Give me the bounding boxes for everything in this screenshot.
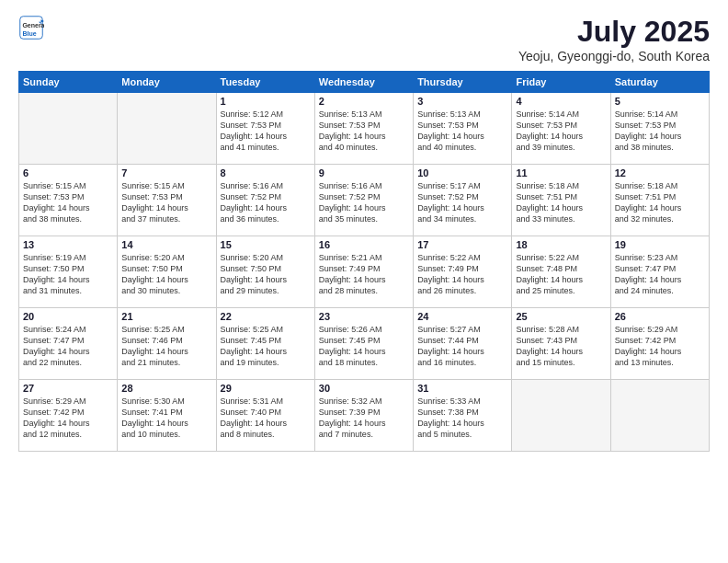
day-number: 24 — [417, 311, 507, 322]
calendar-cell: 8Sunrise: 5:16 AM Sunset: 7:52 PM Daylig… — [216, 165, 314, 236]
logo: General Blue — [18, 15, 44, 40]
week-row-2: 6Sunrise: 5:15 AM Sunset: 7:53 PM Daylig… — [19, 165, 710, 236]
day-number: 10 — [417, 167, 507, 178]
calendar-cell: 2Sunrise: 5:13 AM Sunset: 7:53 PM Daylig… — [314, 93, 413, 165]
day-number: 20 — [23, 311, 113, 322]
day-info: Sunrise: 5:14 AM Sunset: 7:53 PM Dayligh… — [516, 109, 606, 154]
day-number: 28 — [121, 383, 211, 394]
calendar-cell: 1Sunrise: 5:12 AM Sunset: 7:53 PM Daylig… — [216, 93, 314, 165]
calendar-cell: 20Sunrise: 5:24 AM Sunset: 7:47 PM Dayli… — [19, 308, 118, 380]
calendar-cell: 13Sunrise: 5:19 AM Sunset: 7:50 PM Dayli… — [19, 236, 118, 308]
calendar-cell: 22Sunrise: 5:25 AM Sunset: 7:45 PM Dayli… — [216, 308, 314, 380]
logo-icon: General Blue — [18, 15, 44, 40]
day-number: 19 — [615, 239, 705, 250]
col-sunday: Sunday — [19, 72, 118, 93]
day-info: Sunrise: 5:31 AM Sunset: 7:40 PM Dayligh… — [221, 396, 311, 441]
day-info: Sunrise: 5:30 AM Sunset: 7:41 PM Dayligh… — [121, 396, 211, 441]
day-info: Sunrise: 5:14 AM Sunset: 7:53 PM Dayligh… — [615, 109, 705, 154]
subtitle: Yeoju, Gyeonggi-do, South Korea — [518, 49, 710, 63]
calendar-cell: 16Sunrise: 5:21 AM Sunset: 7:49 PM Dayli… — [314, 236, 413, 308]
col-saturday: Saturday — [610, 72, 709, 93]
week-row-1: 1Sunrise: 5:12 AM Sunset: 7:53 PM Daylig… — [19, 93, 710, 165]
calendar-cell: 30Sunrise: 5:32 AM Sunset: 7:39 PM Dayli… — [314, 380, 413, 452]
day-info: Sunrise: 5:33 AM Sunset: 7:38 PM Dayligh… — [417, 396, 507, 441]
calendar-cell — [19, 93, 118, 165]
day-number: 15 — [221, 239, 311, 250]
day-info: Sunrise: 5:20 AM Sunset: 7:50 PM Dayligh… — [221, 252, 311, 297]
day-number: 23 — [319, 311, 409, 322]
calendar-cell: 6Sunrise: 5:15 AM Sunset: 7:53 PM Daylig… — [19, 165, 118, 236]
day-info: Sunrise: 5:19 AM Sunset: 7:50 PM Dayligh… — [23, 252, 113, 297]
day-number: 7 — [121, 167, 211, 178]
calendar-cell: 15Sunrise: 5:20 AM Sunset: 7:50 PM Dayli… — [216, 236, 314, 308]
title-block: July 2025 Yeoju, Gyeonggi-do, South Kore… — [518, 15, 710, 63]
month-title: July 2025 — [518, 15, 710, 49]
day-info: Sunrise: 5:27 AM Sunset: 7:44 PM Dayligh… — [417, 324, 507, 369]
day-info: Sunrise: 5:12 AM Sunset: 7:53 PM Dayligh… — [221, 109, 311, 154]
calendar-cell: 19Sunrise: 5:23 AM Sunset: 7:47 PM Dayli… — [610, 236, 709, 308]
day-number: 18 — [516, 239, 606, 250]
day-info: Sunrise: 5:26 AM Sunset: 7:45 PM Dayligh… — [319, 324, 409, 369]
day-number: 16 — [319, 239, 409, 250]
svg-text:Blue: Blue — [22, 30, 36, 37]
day-number: 31 — [417, 383, 507, 394]
day-info: Sunrise: 5:25 AM Sunset: 7:46 PM Dayligh… — [121, 324, 211, 369]
day-info: Sunrise: 5:20 AM Sunset: 7:50 PM Dayligh… — [121, 252, 211, 297]
day-number: 9 — [319, 167, 409, 178]
calendar-cell: 31Sunrise: 5:33 AM Sunset: 7:38 PM Dayli… — [414, 380, 512, 452]
day-number: 6 — [23, 167, 113, 178]
day-info: Sunrise: 5:23 AM Sunset: 7:47 PM Dayligh… — [615, 252, 705, 297]
calendar-cell — [118, 93, 216, 165]
day-info: Sunrise: 5:13 AM Sunset: 7:53 PM Dayligh… — [319, 109, 409, 154]
day-number: 11 — [516, 167, 606, 178]
day-info: Sunrise: 5:21 AM Sunset: 7:49 PM Dayligh… — [319, 252, 409, 297]
col-thursday: Thursday — [414, 72, 512, 93]
day-number: 3 — [417, 96, 507, 107]
day-info: Sunrise: 5:29 AM Sunset: 7:42 PM Dayligh… — [23, 396, 113, 441]
calendar-cell: 10Sunrise: 5:17 AM Sunset: 7:52 PM Dayli… — [414, 165, 512, 236]
calendar-cell: 29Sunrise: 5:31 AM Sunset: 7:40 PM Dayli… — [216, 380, 314, 452]
day-info: Sunrise: 5:15 AM Sunset: 7:53 PM Dayligh… — [23, 180, 113, 225]
calendar-cell: 11Sunrise: 5:18 AM Sunset: 7:51 PM Dayli… — [512, 165, 610, 236]
calendar-cell: 5Sunrise: 5:14 AM Sunset: 7:53 PM Daylig… — [610, 93, 709, 165]
day-number: 21 — [121, 311, 211, 322]
col-wednesday: Wednesday — [314, 72, 413, 93]
calendar-cell: 18Sunrise: 5:22 AM Sunset: 7:48 PM Dayli… — [512, 236, 610, 308]
week-row-5: 27Sunrise: 5:29 AM Sunset: 7:42 PM Dayli… — [19, 380, 710, 452]
page: General Blue July 2025 Yeoju, Gyeonggi-d… — [0, 0, 728, 563]
col-monday: Monday — [118, 72, 216, 93]
day-number: 14 — [121, 239, 211, 250]
day-info: Sunrise: 5:22 AM Sunset: 7:49 PM Dayligh… — [417, 252, 507, 297]
col-friday: Friday — [512, 72, 610, 93]
day-number: 1 — [221, 96, 311, 107]
calendar-cell: 14Sunrise: 5:20 AM Sunset: 7:50 PM Dayli… — [118, 236, 216, 308]
header-row: Sunday Monday Tuesday Wednesday Thursday… — [19, 72, 710, 93]
calendar-cell — [610, 380, 709, 452]
day-info: Sunrise: 5:28 AM Sunset: 7:43 PM Dayligh… — [516, 324, 606, 369]
day-info: Sunrise: 5:18 AM Sunset: 7:51 PM Dayligh… — [516, 180, 606, 225]
calendar-cell: 9Sunrise: 5:16 AM Sunset: 7:52 PM Daylig… — [314, 165, 413, 236]
calendar-cell: 12Sunrise: 5:18 AM Sunset: 7:51 PM Dayli… — [610, 165, 709, 236]
calendar-cell: 17Sunrise: 5:22 AM Sunset: 7:49 PM Dayli… — [414, 236, 512, 308]
day-info: Sunrise: 5:15 AM Sunset: 7:53 PM Dayligh… — [121, 180, 211, 225]
calendar-cell: 23Sunrise: 5:26 AM Sunset: 7:45 PM Dayli… — [314, 308, 413, 380]
day-number: 13 — [23, 239, 113, 250]
calendar-cell: 4Sunrise: 5:14 AM Sunset: 7:53 PM Daylig… — [512, 93, 610, 165]
calendar-cell: 3Sunrise: 5:13 AM Sunset: 7:53 PM Daylig… — [414, 93, 512, 165]
header: General Blue July 2025 Yeoju, Gyeonggi-d… — [18, 15, 710, 63]
day-number: 25 — [516, 311, 606, 322]
calendar-cell: 21Sunrise: 5:25 AM Sunset: 7:46 PM Dayli… — [118, 308, 216, 380]
day-number: 12 — [615, 167, 705, 178]
calendar-cell: 27Sunrise: 5:29 AM Sunset: 7:42 PM Dayli… — [19, 380, 118, 452]
day-number: 4 — [516, 96, 606, 107]
day-number: 22 — [221, 311, 311, 322]
calendar-cell — [512, 380, 610, 452]
calendar-cell: 26Sunrise: 5:29 AM Sunset: 7:42 PM Dayli… — [610, 308, 709, 380]
day-info: Sunrise: 5:32 AM Sunset: 7:39 PM Dayligh… — [319, 396, 409, 441]
calendar-cell: 25Sunrise: 5:28 AM Sunset: 7:43 PM Dayli… — [512, 308, 610, 380]
day-number: 29 — [221, 383, 311, 394]
calendar-cell: 28Sunrise: 5:30 AM Sunset: 7:41 PM Dayli… — [118, 380, 216, 452]
day-number: 5 — [615, 96, 705, 107]
day-info: Sunrise: 5:29 AM Sunset: 7:42 PM Dayligh… — [615, 324, 705, 369]
day-number: 8 — [221, 167, 311, 178]
